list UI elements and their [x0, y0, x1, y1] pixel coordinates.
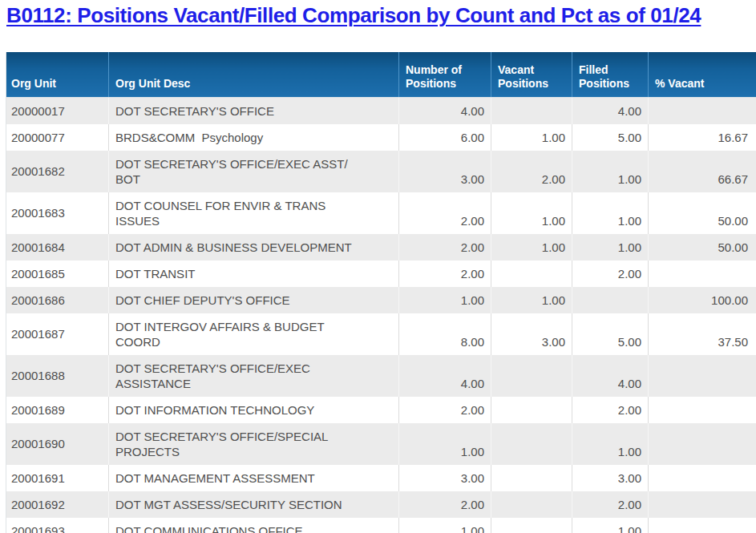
- cell-vacant-positions: 1.00: [491, 124, 572, 151]
- header-row: Org Unit Org Unit Desc Number of Positio…: [6, 52, 756, 97]
- cell-org-unit: 20001682: [6, 151, 109, 192]
- column-header-org-unit: Org Unit: [6, 52, 109, 97]
- cell-org-unit-desc: DOT COUNSEL FOR ENVIR & TRANS ISSUES: [109, 192, 399, 234]
- report-title-link[interactable]: B0112: Positions Vacant/Filled Compariso…: [6, 3, 701, 27]
- table-row: 20001687 DOT INTERGOV AFFAIRS & BUDGET C…: [6, 313, 756, 355]
- cell-org-unit-desc: DOT SECRETARY'S OFFICE/SPECIAL PROJECTS: [109, 423, 399, 465]
- cell-vacant-positions: [491, 97, 572, 124]
- cell-filled-positions: 3.00: [572, 465, 649, 491]
- cell-number-positions: 2.00: [399, 260, 491, 287]
- table-row: 20001685 DOT TRANSIT 2.00 2.00: [6, 260, 756, 287]
- cell-number-positions: 2.00: [399, 192, 491, 234]
- cell-pct-vacant: [649, 397, 756, 423]
- cell-filled-positions: 2.00: [572, 491, 649, 518]
- cell-number-positions: 3.00: [399, 465, 491, 491]
- cell-org-unit: 20001686: [6, 287, 109, 313]
- cell-filled-positions: 5.00: [572, 313, 649, 355]
- cell-pct-vacant: [649, 355, 756, 397]
- cell-pct-vacant: 16.67: [649, 124, 756, 151]
- cell-vacant-positions: [491, 260, 572, 287]
- table-row: 20001682 DOT SECRETARY'S OFFICE/EXEC ASS…: [6, 151, 756, 192]
- cell-vacant-positions: [491, 397, 572, 423]
- table-row: 20001691 DOT MANAGEMENT ASSESSMENT 3.00 …: [6, 465, 756, 491]
- cell-number-positions: 1.00: [399, 287, 491, 313]
- cell-pct-vacant: [649, 465, 756, 491]
- cell-pct-vacant: [649, 423, 756, 465]
- cell-filled-positions: 1.00: [572, 151, 649, 192]
- cell-filled-positions: 4.00: [572, 97, 649, 124]
- column-header-org-unit-desc: Org Unit Desc: [109, 52, 399, 97]
- cell-filled-positions: 2.00: [572, 260, 649, 287]
- cell-filled-positions: 5.00: [572, 124, 649, 151]
- cell-vacant-positions: [491, 465, 572, 491]
- column-header-number-positions: Number of Positions: [399, 52, 491, 97]
- cell-org-unit-desc: DOT SECRETARY'S OFFICE/EXEC ASSISTANCE: [109, 355, 399, 397]
- cell-org-unit: 20001693: [6, 518, 109, 533]
- cell-vacant-positions: 1.00: [491, 192, 572, 234]
- cell-pct-vacant: 50.00: [649, 192, 756, 234]
- cell-filled-positions: [572, 287, 649, 313]
- cell-pct-vacant: 100.00: [649, 287, 756, 313]
- table-row: 20001689 DOT INFORMATION TECHNOLOGY 2.00…: [6, 397, 756, 423]
- cell-pct-vacant: [649, 518, 756, 533]
- cell-number-positions: 4.00: [399, 355, 491, 397]
- cell-number-positions: 2.00: [399, 234, 491, 260]
- cell-org-unit-desc: DOT TRANSIT: [109, 260, 399, 287]
- cell-org-unit-desc: DOT ADMIN & BUSINESS DEVELOPMENT: [109, 234, 399, 260]
- cell-vacant-positions: [491, 355, 572, 397]
- cell-number-positions: 2.00: [399, 397, 491, 423]
- column-header-filled-positions: Filled Positions: [572, 52, 649, 97]
- cell-org-unit-desc: DOT INTERGOV AFFAIRS & BUDGET COORD: [109, 313, 399, 355]
- cell-vacant-positions: 1.00: [491, 287, 572, 313]
- table-row: 20001693 DOT COMMUNICATIONS OFFICE 1.00 …: [6, 518, 756, 533]
- cell-pct-vacant: 50.00: [649, 234, 756, 260]
- cell-org-unit: 20001688: [6, 355, 109, 397]
- cell-org-unit-desc: DOT COMMUNICATIONS OFFICE: [109, 518, 399, 533]
- cell-pct-vacant: [649, 491, 756, 518]
- cell-vacant-positions: 2.00: [491, 151, 572, 192]
- cell-number-positions: 1.00: [399, 518, 491, 533]
- cell-org-unit-desc: DOT CHIEF DEPUTY'S OFFICE: [109, 287, 399, 313]
- cell-filled-positions: 2.00: [572, 397, 649, 423]
- cell-filled-positions: 1.00: [572, 192, 649, 234]
- cell-org-unit: 20000017: [6, 97, 109, 124]
- cell-filled-positions: 1.00: [572, 518, 649, 533]
- column-header-pct-vacant: % Vacant: [649, 52, 756, 97]
- cell-number-positions: 6.00: [399, 124, 491, 151]
- cell-org-unit: 20001687: [6, 313, 109, 355]
- cell-org-unit: 20000077: [6, 124, 109, 151]
- cell-org-unit-desc: DOT SECRETARY'S OFFICE/EXEC ASST/ BOT: [109, 151, 399, 192]
- cell-pct-vacant: 37.50: [649, 313, 756, 355]
- cell-org-unit: 20001689: [6, 397, 109, 423]
- cell-number-positions: 8.00: [399, 313, 491, 355]
- table-row: 20001688 DOT SECRETARY'S OFFICE/EXEC ASS…: [6, 355, 756, 397]
- cell-org-unit: 20001691: [6, 465, 109, 491]
- cell-vacant-positions: 1.00: [491, 234, 572, 260]
- cell-vacant-positions: [491, 491, 572, 518]
- cell-org-unit-desc: BRDS&COMM Psychology: [109, 124, 399, 151]
- table-row: 20000017 DOT SECRETARY'S OFFICE 4.00 4.0…: [6, 97, 756, 124]
- cell-org-unit-desc: DOT SECRETARY'S OFFICE: [109, 97, 399, 124]
- cell-org-unit-desc: DOT MANAGEMENT ASSESSMENT: [109, 465, 399, 491]
- cell-pct-vacant: [649, 97, 756, 124]
- cell-org-unit-desc: DOT MGT ASSESS/SECURITY SECTION: [109, 491, 399, 518]
- cell-number-positions: 1.00: [399, 423, 491, 465]
- cell-number-positions: 4.00: [399, 97, 491, 124]
- cell-org-unit-desc: DOT INFORMATION TECHNOLOGY: [109, 397, 399, 423]
- table-header: Org Unit Org Unit Desc Number of Positio…: [6, 52, 756, 97]
- cell-org-unit: 20001690: [6, 423, 109, 465]
- cell-pct-vacant: [649, 260, 756, 287]
- cell-number-positions: 3.00: [399, 151, 491, 192]
- cell-org-unit: 20001685: [6, 260, 109, 287]
- cell-vacant-positions: [491, 518, 572, 533]
- cell-vacant-positions: [491, 423, 572, 465]
- cell-vacant-positions: 3.00: [491, 313, 572, 355]
- table-row: 20001686 DOT CHIEF DEPUTY'S OFFICE 1.00 …: [6, 287, 756, 313]
- column-header-vacant-positions: Vacant Positions: [491, 52, 572, 97]
- cell-number-positions: 2.00: [399, 491, 491, 518]
- cell-filled-positions: 1.00: [572, 423, 649, 465]
- cell-filled-positions: 4.00: [572, 355, 649, 397]
- cell-filled-positions: 1.00: [572, 234, 649, 260]
- cell-org-unit: 20001684: [6, 234, 109, 260]
- table-row: 20001692 DOT MGT ASSESS/SECURITY SECTION…: [6, 491, 756, 518]
